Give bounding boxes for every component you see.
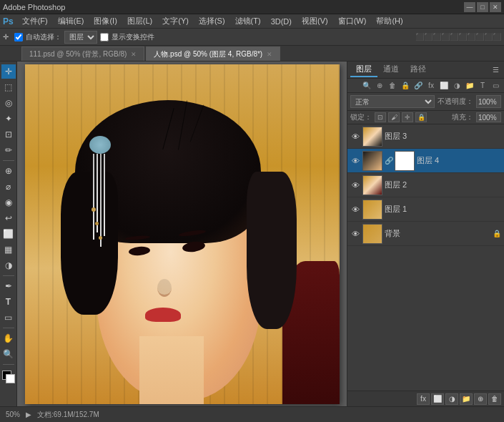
- layer-2-visibility[interactable]: 👁: [350, 180, 360, 190]
- blur-tool[interactable]: ◑: [1, 258, 16, 273]
- fill-input[interactable]: [476, 112, 501, 122]
- move-tool[interactable]: ✛: [1, 64, 16, 79]
- fill-label: 填充：: [452, 112, 473, 122]
- hair-right: [247, 172, 297, 329]
- adj-icon-header[interactable]: ◑: [451, 80, 463, 92]
- opacity-input[interactable]: [476, 95, 501, 108]
- hair-ornament: [89, 136, 111, 154]
- auto-select-label: 自动选择：: [26, 32, 61, 42]
- add-mask-button[interactable]: ⬜: [431, 393, 444, 405]
- lock-pixels-btn[interactable]: 🖌: [388, 112, 400, 122]
- channels-tab[interactable]: 通道: [377, 62, 405, 77]
- left-toolbar: ✛ ⬚ ◎ ✦ ⊡ ✏ ⊕ ⌀ ◉ ↩ ⬜ ▦ ◑ ✒ T ▭ ✋ 🔍: [0, 62, 17, 406]
- menu-filter[interactable]: 滤镜(T): [231, 14, 265, 28]
- bg-lock-icon: 🔒: [493, 230, 501, 237]
- layer-bg-visibility[interactable]: 👁: [350, 229, 360, 239]
- ornament-string-2: [97, 154, 98, 232]
- tool-separator-4: [3, 364, 14, 365]
- new-group-button[interactable]: 📁: [460, 393, 473, 405]
- eyedropper-tool[interactable]: ✏: [1, 143, 16, 157]
- menu-window[interactable]: 窗口(W): [334, 14, 371, 28]
- marquee-tool[interactable]: ⬚: [1, 80, 16, 94]
- filter-icon[interactable]: 🔍: [361, 80, 372, 92]
- panel-menu-icon[interactable]: ☰: [490, 64, 501, 76]
- eraser-tool[interactable]: ⬜: [1, 227, 16, 241]
- menu-help[interactable]: 帮助(H): [372, 14, 407, 28]
- fx-icon-header[interactable]: fx: [425, 80, 437, 92]
- add-adjustment-button[interactable]: ◑: [445, 393, 458, 405]
- layer-item-bg[interactable]: 👁 背景 🔒: [347, 222, 504, 246]
- lock-position-btn[interactable]: ✛: [402, 112, 413, 122]
- healing-tool[interactable]: ⊕: [1, 164, 16, 178]
- hair-left: [61, 172, 118, 315]
- tab-person-close[interactable]: ✕: [267, 51, 272, 58]
- tab-111[interactable]: 111.psd @ 50% (背景, RGB/8) ✕: [21, 46, 144, 61]
- delete-layer-icon[interactable]: 🗑: [387, 80, 398, 92]
- new-layer-icon[interactable]: ⊕: [374, 80, 385, 92]
- shape-tool[interactable]: ▭: [1, 310, 16, 325]
- canvas-area[interactable]: [17, 62, 347, 406]
- pen-tool[interactable]: ✒: [1, 279, 16, 293]
- shape-filter-icon[interactable]: ▭: [490, 80, 501, 92]
- layer-2-thumb: [362, 175, 382, 195]
- transform-checkbox[interactable]: [100, 33, 109, 41]
- menu-layer[interactable]: 图层(L): [123, 14, 157, 28]
- nose: [157, 279, 172, 297]
- quick-select-tool[interactable]: ✦: [1, 112, 16, 126]
- maximize-button[interactable]: □: [477, 2, 488, 12]
- link-icon-header[interactable]: 🔗: [412, 80, 424, 92]
- close-button[interactable]: ✕: [490, 2, 501, 12]
- minimize-button[interactable]: —: [464, 2, 475, 12]
- tool-separator-3: [3, 328, 14, 328]
- menu-edit[interactable]: 编辑(E): [54, 14, 89, 28]
- layer-bg-name: 背景: [385, 228, 490, 239]
- brush-tool[interactable]: ⌀: [1, 180, 16, 194]
- statusbar: 50% ▶ 文档:69.1M/152.7M: [0, 406, 504, 422]
- layer-1-visibility[interactable]: 👁: [350, 205, 360, 215]
- layer-item-4[interactable]: 👁 🔗 图层 4: [347, 149, 504, 173]
- layer-item-1[interactable]: 👁 图层 1: [347, 197, 504, 222]
- tab-person[interactable]: 人物.psd @ 50% (图层 4, RGB/8*) ✕: [146, 46, 280, 61]
- layer-3-visibility[interactable]: 👁: [350, 132, 360, 142]
- layers-tab[interactable]: 图层: [350, 62, 377, 77]
- lock-transparent-btn[interactable]: ⊡: [375, 112, 386, 122]
- background-color[interactable]: [6, 374, 15, 383]
- tab-111-close[interactable]: ✕: [131, 51, 137, 58]
- color-picker[interactable]: [2, 371, 15, 383]
- menu-view[interactable]: 视图(V): [297, 14, 332, 28]
- mask-icon-header[interactable]: ⬜: [438, 80, 450, 92]
- menu-select[interactable]: 选择(S): [194, 14, 229, 28]
- text-tool[interactable]: T: [1, 295, 16, 309]
- layer-select[interactable]: 图层: [64, 31, 97, 44]
- ornament-string-3: [100, 154, 102, 247]
- tab-person-label: 人物.psd @ 50% (图层 4, RGB/8*): [154, 49, 262, 59]
- doc-info: 文档:69.1M/152.7M: [37, 410, 99, 420]
- layer-fx-button[interactable]: fx: [417, 393, 430, 405]
- group-icon-header[interactable]: 📁: [464, 80, 475, 92]
- gradient-tool[interactable]: ▦: [1, 242, 16, 257]
- menu-3d[interactable]: 3D(D): [267, 16, 296, 27]
- layer-4-visibility[interactable]: 👁: [350, 156, 360, 166]
- move-tool-icon: ✛: [3, 33, 9, 41]
- lock-icon-header[interactable]: 🔒: [400, 80, 411, 92]
- auto-select-checkbox[interactable]: [14, 33, 23, 41]
- layer-item-2[interactable]: 👁 图层 2: [347, 173, 504, 197]
- bead-1: [92, 207, 96, 212]
- menu-file[interactable]: 文件(F): [18, 14, 52, 28]
- hand-tool[interactable]: ✋: [1, 331, 16, 345]
- blend-mode-select[interactable]: 正常 溶解 正片叠底: [350, 95, 435, 108]
- layer-1-thumb: [362, 200, 382, 220]
- zoom-tool[interactable]: 🔍: [1, 347, 16, 361]
- menu-type[interactable]: 文字(Y): [158, 14, 193, 28]
- delete-layer-button[interactable]: 🗑: [488, 393, 501, 405]
- layer-item-3[interactable]: 👁 图层 3: [347, 124, 504, 149]
- lock-all-btn[interactable]: 🔒: [415, 112, 427, 122]
- clone-tool[interactable]: ◉: [1, 195, 16, 210]
- menu-image[interactable]: 图像(I): [89, 14, 121, 28]
- history-brush[interactable]: ↩: [1, 211, 16, 225]
- new-layer-button[interactable]: ⊕: [474, 393, 487, 405]
- paths-tab[interactable]: 路径: [405, 62, 432, 77]
- type-filter-icon[interactable]: T: [477, 80, 488, 92]
- crop-tool[interactable]: ⊡: [1, 127, 16, 142]
- lasso-tool[interactable]: ◎: [1, 96, 16, 110]
